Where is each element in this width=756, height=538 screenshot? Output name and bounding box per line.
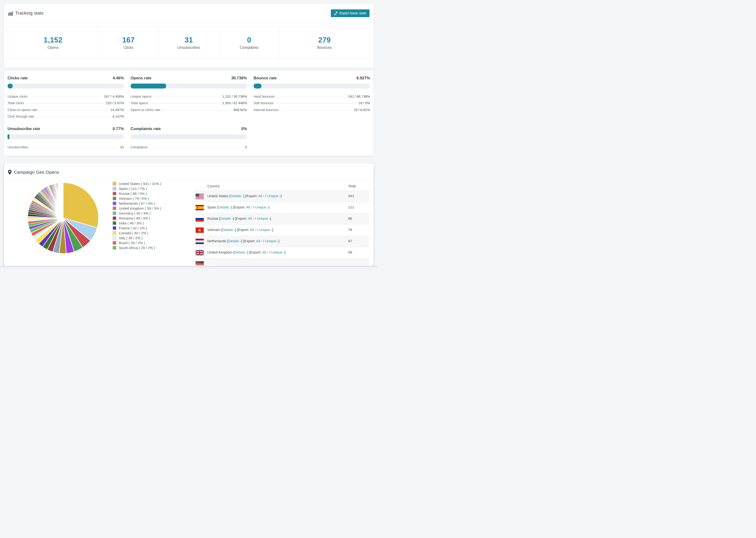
country-flag-ru <box>195 216 204 222</box>
rates-grid: Clicks rate4.46%Unique clicks167 / 4.456… <box>4 71 374 157</box>
stat-cell-clicks: 167Clicks <box>98 27 158 59</box>
legend-swatch <box>112 211 117 215</box>
summary-stats-row: 1,152Opens167Clicks31Unsubscribes0Compla… <box>8 27 370 59</box>
legend-swatch <box>112 241 117 245</box>
export-all-link[interactable]: All › <box>256 239 262 243</box>
stat-cell-opens: 1,152Opens <box>8 27 98 59</box>
stat-label: Clicks <box>124 45 134 50</box>
details-link[interactable]: Details › <box>228 239 241 243</box>
export-unique-link[interactable]: Unique › <box>255 205 268 209</box>
slash-separator: / <box>256 228 259 232</box>
legend-label: United Kingdom ( 59 / 3% ) <box>119 206 161 210</box>
details-link[interactable]: Details › <box>230 194 243 198</box>
rate-block-clicks-rate: Clicks rate4.46%Unique clicks167 / 4.456… <box>8 76 124 119</box>
legend-item: France ( 42 / 2% ) <box>112 226 161 231</box>
rate-title: Clicks rate <box>8 76 28 81</box>
legend-swatch <box>112 187 117 190</box>
rate-value: 0% <box>241 127 247 131</box>
legend-label: India ( 46 / 3% ) <box>119 221 144 225</box>
rate-block-complaints-rate: Complaints rate0%Complaints0 <box>131 127 247 150</box>
rate-progress-bar <box>8 134 124 139</box>
country-cell: Russia [Details ›] [Export: All › / Uniq… <box>207 216 271 220</box>
rate-detail-value: 1,152 / 30.736% <box>222 95 247 99</box>
table-row: Russia [Details ›] [Export: All › / Uniq… <box>194 213 369 224</box>
country-cell: Spain [Details ›] [Export: All › / Uniqu… <box>207 205 269 209</box>
legend-swatch <box>112 196 117 200</box>
export-all-link[interactable]: All › <box>258 194 264 198</box>
geo-title: Campaign Geo Opens <box>14 170 59 175</box>
legend-swatch <box>112 206 117 210</box>
details-link[interactable]: Details › <box>234 250 247 254</box>
details-link[interactable]: Details › <box>220 216 233 220</box>
details-link[interactable]: Details › <box>218 205 231 209</box>
rate-progress-bar <box>253 83 370 88</box>
export-button-label: Export basic stats <box>340 11 366 15</box>
legend-label: Germany ( 55 / 3% ) <box>119 211 150 215</box>
legend-label: Romania ( 49 / 3% ) <box>119 216 150 220</box>
legend-item: Canada ( 40 / 2% ) <box>112 231 161 236</box>
rate-detail-value: 2,303 / 61.446% <box>222 101 247 106</box>
rate-block-unsubscribe-rate: Unsubscribe rate0.77%Unsubscribes31 <box>8 127 124 150</box>
export-unique-link[interactable]: Unique › <box>271 250 285 254</box>
column-header-total: Total <box>348 184 356 188</box>
column-header-country: Country <box>207 184 220 188</box>
export-all-link[interactable]: All › <box>250 228 256 232</box>
rate-detail-row: Unsubscribes31 <box>8 143 124 150</box>
rate-progress-bar <box>131 134 247 139</box>
rate-detail-label: Clicks to opens rate <box>8 108 37 112</box>
country-flag-nl <box>195 239 204 244</box>
page-bottom-shade <box>0 266 378 269</box>
dotted-leader <box>281 110 351 111</box>
rate-detail-value: 0 <box>245 145 247 150</box>
legend-item: Italy ( 36 / 2% ) <box>112 236 161 241</box>
slash-separator: / <box>252 205 255 209</box>
stat-cell-complaints: 0Complaints <box>219 27 279 59</box>
export-unique-link[interactable]: Unique › <box>265 239 279 243</box>
export-unique-link[interactable]: Unique › <box>267 194 281 198</box>
legend-label: Vietnam ( 79 / 5% ) <box>119 196 149 200</box>
details-link[interactable]: Details › <box>222 228 235 232</box>
rate-detail-row: Complaints0 <box>131 143 247 150</box>
export-unique-link[interactable]: Unique › <box>257 216 270 220</box>
pie-legend: United States ( 541 / 31% )Spain ( 121 /… <box>112 181 161 250</box>
rate-progress-fill <box>131 83 166 88</box>
rate-detail-row: Hard bounces242 / 86.738% <box>253 92 370 99</box>
rate-block-bounce-rate: Bounce rate6.927%Hard bounces242 / 86.73… <box>253 76 370 119</box>
rate-head: Bounce rate6.927% <box>253 76 370 81</box>
rate-detail-value: 18 / 0% <box>358 101 370 106</box>
rate-detail-value: 220 / 5.87% <box>106 101 124 106</box>
legend-swatch <box>112 231 117 235</box>
rate-detail-label: Click through rate <box>8 115 34 119</box>
export-unique-link[interactable]: Unique › <box>259 228 272 232</box>
total-cell: 541 <box>348 194 354 198</box>
stat-cell-unsubscribes: 31Unsubscribes <box>158 27 219 59</box>
stat-value: 31 <box>185 36 193 44</box>
total-cell: 86 <box>348 216 352 220</box>
dotted-leader <box>162 110 231 111</box>
rate-detail-row: Total opens2,303 / 61.446% <box>131 99 247 106</box>
export-all-link[interactable]: All › <box>246 205 252 209</box>
rate-detail-value: 689.82% <box>234 108 247 112</box>
export-icon <box>334 12 338 15</box>
export-all-link[interactable]: All › <box>248 216 254 220</box>
stat-label: Complaints <box>240 45 258 50</box>
export-all-link[interactable]: All › <box>262 250 268 254</box>
rate-head: Clicks rate4.46% <box>8 76 124 81</box>
country-flag-de <box>195 261 204 266</box>
pie-slice[interactable] <box>63 183 63 218</box>
dotted-leader <box>39 110 108 111</box>
country-flag-us <box>195 194 204 199</box>
table-row: United States [Details ›] [Export: All ›… <box>194 190 369 202</box>
rate-detail-row: Opens to clicks rate689.82% <box>131 106 247 112</box>
slash-separator: / <box>262 239 265 243</box>
rate-detail-label: Total opens <box>131 101 148 106</box>
export-basic-stats-button[interactable]: Export basic stats <box>331 9 369 17</box>
rate-value: 6.927% <box>356 76 370 81</box>
rate-detail-label: Hard bounces <box>253 95 275 99</box>
legend-item: Germany ( 55 / 3% ) <box>112 211 161 216</box>
legend-swatch <box>112 191 117 195</box>
table-row: United Kingdom [Details ›] [Export: All … <box>194 247 369 258</box>
stat-cell-bounces: 279Bounces <box>279 27 369 59</box>
stat-value: 0 <box>247 36 251 44</box>
legend-label: Netherlands ( 67 / 4% ) <box>119 201 155 205</box>
